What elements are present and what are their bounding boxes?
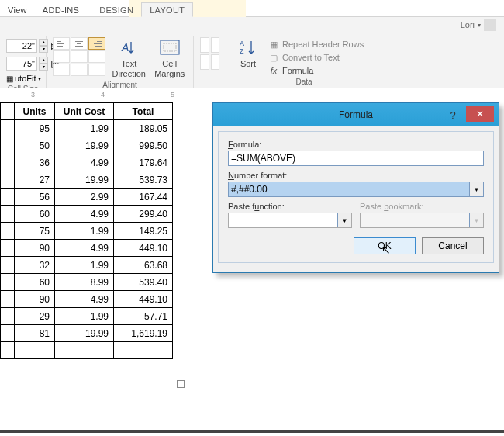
tab-layout[interactable]: LAYOUT xyxy=(141,2,193,17)
table-cell[interactable]: 539.40 xyxy=(114,274,173,291)
formula-button[interactable]: fxFormula xyxy=(268,65,364,76)
text-direction-button[interactable]: A Text Direction xyxy=(112,37,147,79)
table-cell[interactable]: 1.99 xyxy=(55,120,114,137)
table-cell[interactable]: 179.64 xyxy=(114,154,173,171)
split-table-icon[interactable] xyxy=(200,54,209,70)
autofit-button[interactable]: ▦ utoFit▾ xyxy=(6,74,40,83)
tab-design[interactable]: DESIGN xyxy=(91,3,141,16)
col-header-units[interactable]: Units xyxy=(15,103,55,120)
repeat-header-rows[interactable]: ▦Repeat Header Rows xyxy=(268,39,364,50)
align-tl[interactable] xyxy=(53,37,70,50)
table-cell[interactable]: 4.99 xyxy=(55,206,114,223)
row-height-input[interactable] xyxy=(6,39,37,53)
table-cell[interactable]: 449.10 xyxy=(114,240,173,257)
dialog-help-button[interactable]: ? xyxy=(443,106,463,123)
table-row[interactable]: 951.99189.05 xyxy=(1,120,173,137)
table-row[interactable]: 608.99539.40 xyxy=(1,274,173,291)
align-mc[interactable] xyxy=(71,50,88,63)
table-cell[interactable]: 60 xyxy=(15,274,55,291)
align-mr[interactable] xyxy=(88,50,105,63)
user-account[interactable]: Lori ▾ xyxy=(456,17,501,33)
table-cell[interactable]: 90 xyxy=(15,291,55,308)
table-cell[interactable]: 189.05 xyxy=(114,120,173,137)
table-cell[interactable]: 95 xyxy=(15,120,55,137)
data-table[interactable]: Units Unit Cost Total 951.99189.055019.9… xyxy=(0,102,173,359)
table-cell[interactable]: 4.99 xyxy=(55,154,114,171)
table-row[interactable]: 562.99167.44 xyxy=(1,189,173,206)
table-header-row: Units Unit Cost Total xyxy=(1,103,173,120)
table-cell[interactable]: 81 xyxy=(15,325,55,342)
align-tr[interactable] xyxy=(88,37,105,50)
ribbon: ▴▾ ▤ ▴▾ ▥ ▦ utoFit▾ Cell Size xyxy=(0,17,504,88)
table-cell[interactable]: 539.73 xyxy=(114,171,173,189)
table-cell[interactable]: 19.99 xyxy=(55,325,114,342)
table-row[interactable]: 904.99449.10 xyxy=(1,240,173,257)
align-ml[interactable] xyxy=(53,50,70,63)
table-cell[interactable]: 999.50 xyxy=(114,137,173,154)
table-cell[interactable]: 167.44 xyxy=(114,189,173,206)
alignment-grid xyxy=(53,37,105,76)
convert-to-text[interactable]: ▢Convert to Text xyxy=(268,52,364,63)
table-cell[interactable]: 75 xyxy=(15,223,55,240)
table-cell[interactable]: 149.25 xyxy=(114,223,173,240)
cell-margins-button[interactable]: Cell Margins xyxy=(153,37,188,79)
table-cell[interactable] xyxy=(114,342,173,359)
table-cell[interactable]: 1,619.19 xyxy=(114,325,173,342)
sort-button[interactable]: AZ Sort xyxy=(233,37,264,76)
table-cell[interactable]: 27 xyxy=(15,171,55,189)
table-cell[interactable]: 8.99 xyxy=(55,274,114,291)
table-resize-handle[interactable] xyxy=(177,380,185,388)
col-header-unitcost[interactable]: Unit Cost xyxy=(55,103,114,120)
table-row[interactable]: 321.9963.68 xyxy=(1,257,173,274)
table-row[interactable]: 604.99299.40 xyxy=(1,206,173,223)
table-cell[interactable]: 1.99 xyxy=(55,223,114,240)
align-bc[interactable] xyxy=(71,64,88,76)
table-cell[interactable]: 90 xyxy=(15,240,55,257)
table-cell[interactable]: 36 xyxy=(15,154,55,171)
col-header-total[interactable]: Total xyxy=(114,103,173,120)
table-cell[interactable]: 299.40 xyxy=(114,206,173,223)
table-cell[interactable]: 19.99 xyxy=(55,137,114,154)
tab-addins[interactable]: ADD-INS xyxy=(35,3,87,16)
table-cell[interactable]: 4.99 xyxy=(55,240,114,257)
table-cell[interactable]: 2.99 xyxy=(55,189,114,206)
align-bl[interactable] xyxy=(53,64,70,76)
table-row[interactable]: 8119.991,619.19 xyxy=(1,325,173,342)
table-row[interactable]: 751.99149.25 xyxy=(1,223,173,240)
table-cell[interactable]: 63.68 xyxy=(114,257,173,274)
table-cell[interactable] xyxy=(15,342,55,359)
table-row[interactable]: 2719.99539.73 xyxy=(1,171,173,189)
dialog-close-button[interactable]: ✕ xyxy=(466,106,494,122)
table-cell[interactable]: 50 xyxy=(15,137,55,154)
table-cell[interactable]: 1.99 xyxy=(55,308,114,325)
cancel-button[interactable]: Cancel xyxy=(422,237,484,254)
tab-view[interactable]: View xyxy=(0,3,35,16)
table-row[interactable]: 5019.99999.50 xyxy=(1,137,173,154)
table-cell[interactable]: 449.10 xyxy=(114,291,173,308)
horizontal-ruler[interactable]: 3 4 5 xyxy=(0,88,504,102)
formula-input[interactable] xyxy=(228,151,484,166)
paste-function-combo[interactable]: ▼ xyxy=(228,213,352,228)
table-row[interactable]: 291.9957.71 xyxy=(1,308,173,325)
ok-button[interactable]: OK xyxy=(354,237,416,254)
table-cell[interactable]: 29 xyxy=(15,308,55,325)
merge-cells-icon[interactable] xyxy=(200,37,209,53)
merge2-icon[interactable] xyxy=(211,54,220,70)
table-cell[interactable]: 4.99 xyxy=(55,291,114,308)
table-cell[interactable]: 32 xyxy=(15,257,55,274)
table-cell[interactable]: 56 xyxy=(15,189,55,206)
table-row[interactable]: 364.99179.64 xyxy=(1,154,173,171)
table-cell[interactable]: 1.99 xyxy=(55,257,114,274)
table-cell[interactable] xyxy=(55,342,114,359)
table-cell[interactable]: 19.99 xyxy=(55,171,114,189)
table-cell[interactable]: 57.71 xyxy=(114,308,173,325)
chevron-down-icon[interactable]: ▼ xyxy=(469,182,483,196)
number-format-combo[interactable]: #,##0.00 ▼ xyxy=(228,182,484,197)
table-cell[interactable]: 60 xyxy=(15,206,55,223)
align-br[interactable] xyxy=(88,64,105,76)
split-cells-icon[interactable] xyxy=(211,37,220,53)
table-row[interactable] xyxy=(1,342,173,359)
table-row[interactable]: 904.99449.10 xyxy=(1,291,173,308)
align-tc[interactable] xyxy=(71,37,88,50)
col-width-input[interactable] xyxy=(6,57,37,71)
